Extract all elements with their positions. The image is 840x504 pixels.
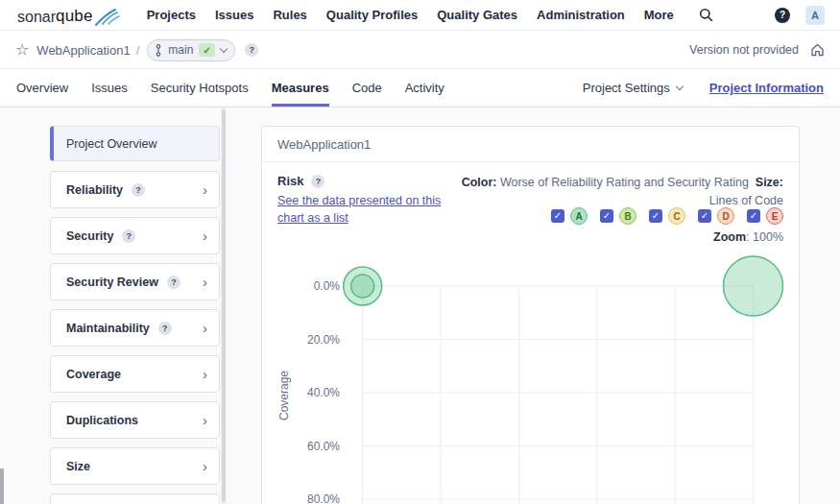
home-icon[interactable] (810, 43, 825, 57)
zoom-level: Zoom: 100% (713, 230, 783, 244)
chevron-right-icon: › (203, 321, 207, 335)
nav-quality-profiles[interactable]: Quality Profiles (326, 8, 418, 22)
favorite-star-icon[interactable]: ☆ (15, 42, 29, 58)
panel-title: WebApplication1 (262, 127, 799, 162)
sidebar-item-duplications[interactable]: Duplications › (50, 401, 220, 439)
svg-text:20.0%: 20.0% (307, 333, 340, 347)
help-icon[interactable]: ? (158, 322, 172, 335)
top-navbar: sonarqube Projects Issues Rules Quality … (0, 0, 840, 31)
sidebar-item-coverage[interactable]: Coverage › (50, 355, 220, 393)
sidebar-item-label: Maintainability (66, 322, 150, 335)
measures-panel: WebApplication1 Risk ? See the data pres… (261, 126, 800, 504)
svg-text:Coverage: Coverage (277, 371, 291, 420)
chevron-down-icon (676, 83, 684, 90)
breadcrumb-project[interactable]: WebApplication1 (36, 43, 130, 58)
chart-legend-description: Color: Worse of Reliability Rating and S… (461, 174, 783, 211)
nav-quality-gates[interactable]: Quality Gates (437, 8, 517, 22)
sidebar-item-project-overview[interactable]: Project Overview (50, 126, 220, 161)
tab-security-hotspots[interactable]: Security Hotspots (151, 69, 249, 107)
rating-badge-a: A (570, 207, 588, 225)
rating-filter-e[interactable]: ✓ E (747, 207, 783, 225)
nav-more[interactable]: More (644, 8, 674, 22)
breadcrumb-bar: ☆ WebApplication1 / main ✓ ? Version not… (0, 32, 840, 69)
nav-issues[interactable]: Issues (215, 8, 253, 22)
rating-badge-e: E (766, 207, 783, 225)
help-icon[interactable]: ? (167, 276, 180, 289)
sidebar-item-maintainability[interactable]: Maintainability ? › (50, 309, 220, 347)
branch-name: main (168, 43, 193, 57)
chart-bubble[interactable] (351, 275, 374, 298)
zoom-label: Zoom (713, 230, 746, 244)
project-settings-label: Project Settings (583, 81, 670, 95)
size-label: Size: (756, 176, 783, 189)
user-avatar[interactable]: A (805, 6, 825, 25)
sonarqube-logo[interactable]: sonarqube (17, 5, 120, 26)
help-icon[interactable]: ? (122, 229, 135, 243)
branch-help-icon[interactable]: ? (245, 43, 258, 57)
nav-projects[interactable]: Projects (147, 8, 196, 22)
chevron-right-icon: › (203, 275, 207, 289)
tab-overview[interactable]: Overview (16, 69, 68, 107)
sidebar-item-label: Coverage (66, 368, 121, 381)
color-value: Worse of Reliability Rating and Security… (500, 176, 749, 189)
chevron-right-icon: › (203, 459, 207, 473)
project-settings-dropdown[interactable]: Project Settings (583, 81, 683, 95)
quality-gate-pass-icon: ✓ (199, 43, 215, 57)
sonarqube-wave-icon (95, 5, 120, 26)
sidebar-item-security[interactable]: Security ? › (50, 217, 220, 254)
color-label: Color: (462, 176, 497, 189)
tab-issues[interactable]: Issues (91, 69, 128, 107)
checkbox-checked-icon[interactable]: ✓ (551, 209, 564, 223)
svg-text:80.0%: 80.0% (307, 492, 340, 504)
sidebar-scrollbar[interactable] (221, 108, 227, 504)
sidebar-item-label: Size (66, 460, 90, 473)
help-icon[interactable]: ? (132, 183, 145, 197)
checkbox-checked-icon[interactable]: ✓ (747, 209, 760, 223)
rating-badge-c: C (668, 207, 685, 225)
page-scrollbar-thumb[interactable] (0, 468, 4, 504)
sidebar-item-security-review[interactable]: Security Review ? › (50, 263, 220, 300)
risk-help-icon[interactable]: ? (311, 175, 324, 188)
version-label: Version not provided (689, 43, 799, 57)
branch-selector[interactable]: main ✓ (147, 39, 235, 61)
checkbox-checked-icon[interactable]: ✓ (698, 209, 711, 223)
tab-code[interactable]: Code (352, 69, 382, 107)
sidebar-item-size[interactable]: Size › (50, 447, 220, 485)
svg-text:60.0%: 60.0% (307, 440, 340, 453)
checkbox-checked-icon[interactable]: ✓ (649, 209, 662, 223)
chevron-down-icon (220, 44, 228, 52)
logo-text-bold: sonar (17, 9, 56, 26)
project-tabbar: Overview Issues Security Hotspots Measur… (0, 69, 840, 108)
nav-rules[interactable]: Rules (273, 8, 306, 22)
sidebar-item-label: Duplications (66, 414, 138, 427)
chart-bubble[interactable] (724, 256, 783, 316)
sidebar-item-label: Security (66, 229, 113, 243)
rating-badge-d: D (717, 207, 734, 225)
rating-filter-a[interactable]: ✓ A (551, 207, 588, 225)
tab-activity[interactable]: Activity (405, 69, 444, 107)
rating-badge-b: B (619, 207, 636, 225)
rating-filter-c[interactable]: ✓ C (649, 207, 685, 225)
logo-text-light: qube (56, 7, 93, 26)
risk-heading-text: Risk (277, 174, 303, 188)
checkbox-checked-icon[interactable]: ✓ (600, 209, 613, 223)
breadcrumb-separator: / (136, 43, 140, 58)
chevron-right-icon: › (203, 228, 207, 243)
chart-as-list-link[interactable]: See the data presented on this chart as … (277, 192, 469, 227)
help-icon[interactable]: ? (775, 8, 790, 23)
sidebar-item-reliability[interactable]: Reliability ? › (50, 171, 220, 208)
rating-filter-legend: ✓ A ✓ B ✓ C ✓ D ✓ E (551, 207, 783, 225)
search-icon[interactable] (699, 8, 713, 22)
scrollbar-thumb[interactable] (222, 109, 226, 502)
rating-filter-d[interactable]: ✓ D (698, 207, 734, 225)
sidebar-item-partial[interactable] (50, 493, 220, 504)
sidebar-item-label: Security Review (66, 276, 158, 289)
rating-filter-b[interactable]: ✓ B (600, 207, 636, 225)
project-information-link[interactable]: Project Information (709, 81, 824, 95)
branch-icon (155, 44, 162, 57)
tab-measures[interactable]: Measures (272, 69, 329, 107)
svg-text:40.0%: 40.0% (307, 386, 340, 399)
nav-administration[interactable]: Administration (537, 8, 625, 22)
risk-bubble-chart[interactable]: 0.0%20.0%40.0%60.0%80.0%Coverage (262, 247, 799, 504)
chevron-right-icon: › (203, 182, 207, 197)
